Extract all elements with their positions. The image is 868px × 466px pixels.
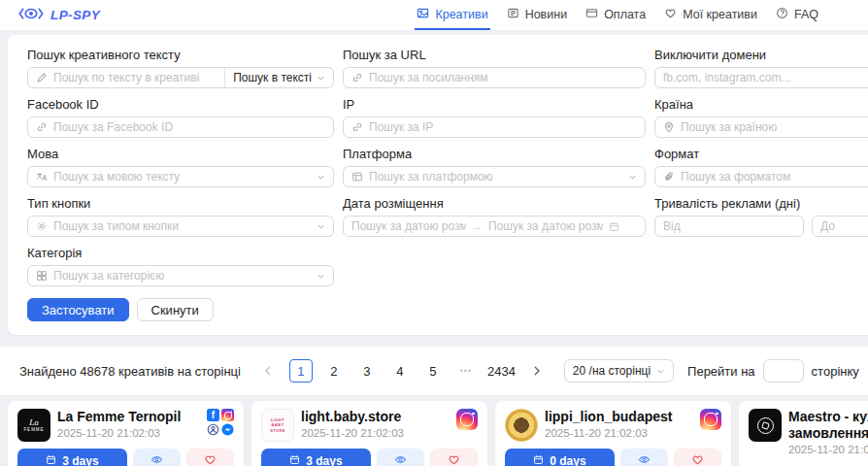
prev-page-button[interactable] — [256, 359, 280, 383]
creatives-list: La FEMME La Femme Ternopil 2025-11-20 21… — [0, 401, 868, 466]
card-title: Maestro - кухні, ме замовлення в Ужг — [788, 409, 868, 442]
placement-date-range-picker[interactable]: Пошук за датою розміщення → Пошук за дат… — [343, 216, 646, 237]
select-value: Пошук в тексті — [233, 71, 312, 84]
creative-card[interactable]: lippi_lion_budapest 2025-11-20 21:02:03 … — [495, 401, 731, 466]
field-label: Виключити домени — [654, 47, 868, 63]
field-label: Мова — [27, 146, 334, 162]
date-to-placeholder: Пошук за датою розміщення — [488, 219, 603, 233]
arrow-right-icon: → — [472, 220, 483, 232]
edit-icon — [36, 72, 48, 83]
creative-card[interactable]: La FEMME La Femme Ternopil 2025-11-20 21… — [8, 401, 244, 466]
avatar: LIGHT BABY STORE — [261, 409, 294, 442]
audience-network-icon — [207, 423, 219, 436]
placeholder-text: Пошук за категорією — [53, 269, 311, 283]
messenger-icon — [221, 423, 234, 436]
eye-icon — [394, 452, 407, 466]
page-number-2[interactable]: 2 — [322, 359, 346, 383]
field-label: Країна — [654, 96, 868, 113]
country-input[interactable]: Пошук за країною — [654, 116, 868, 138]
platform-select[interactable]: Пошук за платформою — [343, 166, 646, 187]
instagram-icon — [221, 409, 234, 421]
view-button[interactable] — [133, 449, 181, 466]
button-type-select[interactable]: Пошук за типом кнопки — [27, 216, 334, 237]
card-date: 2025-11-20 21:02:03 — [301, 427, 450, 439]
nav-tab-creatives[interactable]: Креативи — [415, 0, 489, 30]
facebook-id-input[interactable]: Пошук за Facebook ID — [27, 116, 334, 138]
nav-tab-news[interactable]: Новини — [505, 0, 570, 30]
page-number-5[interactable]: 5 — [421, 359, 445, 383]
page-number-4[interactable]: 4 — [388, 359, 412, 383]
card-title: light.baby.store — [301, 409, 450, 425]
nav-tab-my-creatives[interactable]: Мої креативи — [662, 0, 759, 30]
field-label: Тип кнопки — [27, 195, 334, 212]
page-number-3[interactable]: 3 — [355, 359, 379, 383]
app-logo[interactable]: LP-SPY — [17, 0, 100, 30]
ip-input[interactable]: Пошук за IP — [343, 116, 646, 138]
exclude-domains-input[interactable]: fb.com, instagram.com... — [654, 67, 868, 88]
results-toolbar: Знайдено 48678 креативів на сторінці 1 2… — [0, 347, 868, 395]
placeholder-text: До — [820, 219, 868, 233]
favorite-button[interactable] — [674, 449, 721, 466]
image-icon — [417, 7, 429, 22]
chevron-down-icon — [656, 367, 665, 376]
next-page-button[interactable] — [525, 359, 549, 383]
avatar: La FEMME — [17, 409, 50, 442]
favorite-button[interactable] — [430, 449, 478, 466]
calendar-icon — [46, 454, 56, 466]
placeholder-text: Пошук за країною — [681, 120, 868, 134]
field-label: Формат — [654, 146, 868, 162]
main-nav: Креативи Новини Оплата Мої креативи FAQ — [415, 0, 820, 30]
days-active-button[interactable]: 3 days — [17, 449, 127, 466]
days-label: 3 days — [62, 454, 98, 466]
format-input[interactable]: Пошук за форматом — [654, 166, 868, 187]
duration-from-input[interactable]: Від — [654, 216, 804, 237]
app-header: LP-SPY Креативи Новини Оплата Мої креати… — [0, 0, 868, 30]
translate-icon — [36, 171, 48, 183]
field-label: IP — [343, 96, 646, 113]
instagram-icon — [700, 409, 721, 430]
reset-button[interactable]: Скинути — [137, 298, 214, 321]
filter-url: Пошук за URL Пошук за посиланням — [343, 47, 646, 88]
creative-text-input[interactable]: Пошук по тексту в креативі Пошук в текст… — [27, 67, 334, 88]
text-search-mode-select[interactable]: Пошук в тексті — [224, 68, 333, 87]
per-page-select[interactable]: 20 /на сторінці — [564, 359, 674, 383]
url-input[interactable]: Пошук за посиланням — [343, 67, 646, 88]
avatar-emblem — [757, 417, 774, 434]
days-active-button[interactable]: 3 days — [261, 449, 371, 466]
page-number-last[interactable]: 2434 — [487, 359, 516, 383]
nav-tab-payment[interactable]: Оплата — [584, 0, 648, 30]
page-ellipsis[interactable]: ••• — [454, 359, 478, 383]
filter-button-type: Тип кнопки Пошук за типом кнопки — [27, 195, 334, 237]
field-label: Пошук креативного тексту — [27, 47, 334, 63]
apply-button[interactable]: Застосувати — [27, 298, 129, 321]
favorite-button[interactable] — [186, 449, 234, 466]
field-label: Платформа — [343, 146, 646, 162]
duration-to-input[interactable]: До — [812, 216, 868, 237]
nav-tab-faq[interactable]: FAQ — [774, 0, 820, 30]
goto-page-suffix: сторінку — [812, 364, 859, 379]
days-label: 0 days — [550, 454, 585, 466]
view-button[interactable] — [377, 449, 424, 466]
creative-card[interactable]: Maestro - кухні, ме замовлення в Ужг 202… — [739, 401, 868, 466]
creative-card[interactable]: LIGHT BABY STORE light.baby.store 2025-1… — [251, 401, 487, 466]
filter-country: Країна Пошук за країною — [654, 96, 868, 138]
view-button[interactable] — [620, 449, 668, 466]
days-label: 3 days — [306, 454, 342, 466]
filter-language: Мова Пошук за мовою тексту — [27, 146, 334, 187]
chevron-down-icon — [317, 222, 325, 231]
avatar-text: LIGHT BABY STORE — [264, 417, 291, 434]
goto-page-input[interactable] — [763, 359, 804, 383]
days-active-button[interactable]: 0 days — [505, 449, 615, 466]
filter-placement-date: Дата розміщення Пошук за датою розміщенн… — [343, 195, 646, 237]
placeholder-text: Пошук за типом кнопки — [53, 219, 311, 233]
platform-icon — [351, 171, 363, 183]
category-select[interactable]: Пошук за категорією — [27, 265, 334, 286]
page-number-1[interactable]: 1 — [289, 359, 313, 383]
date-from-placeholder: Пошук за датою розміщення — [351, 219, 466, 233]
card-title: La Femme Ternopil — [57, 409, 200, 425]
link-icon — [351, 121, 363, 133]
placeholder-text: Пошук за посиланням — [369, 71, 637, 84]
language-select[interactable]: Пошук за мовою тексту — [27, 166, 334, 187]
calendar-icon — [289, 454, 300, 466]
paperclip-icon — [663, 171, 675, 183]
